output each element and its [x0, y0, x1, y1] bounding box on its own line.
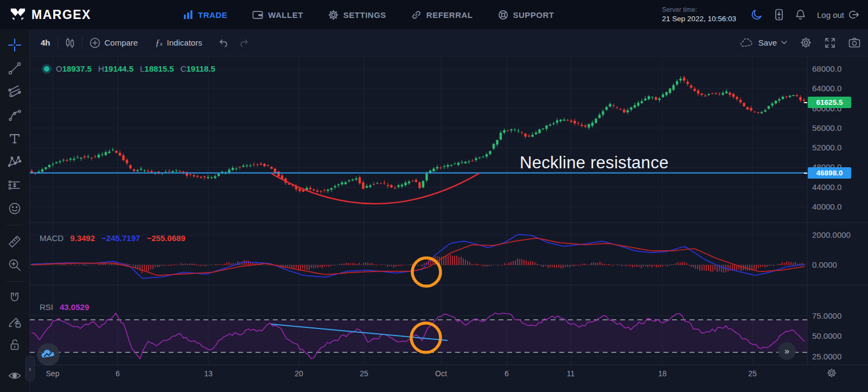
time-axis-label: 20: [295, 369, 303, 378]
sidebar-collapse-handle[interactable]: ‹: [25, 356, 35, 381]
time-axis-label: 13: [204, 369, 213, 378]
smiley-icon: [8, 201, 22, 216]
topbar-right-cluster: Server time: 21 Sep 2022, 10:56:03 Log o…: [662, 0, 859, 29]
tool-measure[interactable]: [5, 235, 24, 249]
nav-referral[interactable]: REFERRAL: [411, 10, 473, 20]
indicators-button[interactable]: ƒx Indicators: [155, 37, 202, 48]
magnet-icon: [8, 291, 22, 305]
ohlc-high-value: 19144.5: [104, 64, 133, 73]
logout-button[interactable]: Log out: [817, 10, 859, 20]
ohlc-close-key: C: [181, 64, 187, 73]
pattern-icon: [8, 155, 22, 169]
server-time-label: Server time:: [662, 6, 736, 14]
fx-sub: x: [160, 40, 163, 47]
theme-moon-icon[interactable]: [751, 9, 763, 21]
mountain-chart-icon: [41, 347, 55, 362]
time-axis-label: Sep: [46, 369, 60, 378]
toolbar-separator: [58, 36, 58, 49]
chevron-down-icon: [781, 41, 787, 45]
time-axis-label: 11: [567, 369, 575, 378]
neckline-annotation: Neckline resistance: [520, 153, 668, 173]
tool-zoom-in[interactable]: [5, 258, 24, 272]
logout-label: Log out: [817, 10, 844, 20]
rsi-axis-label: 25.0000: [812, 352, 841, 361]
referral-link-icon: [411, 10, 422, 20]
projection-icon: [8, 178, 22, 192]
redo-icon: [238, 39, 249, 47]
nav-wallet[interactable]: WALLET: [252, 10, 303, 20]
macd-line-value: −245.7197: [101, 233, 140, 243]
main-nav: TRADE WALLET SETTINGS REFERRAL: [183, 0, 554, 29]
tool-curve[interactable]: [5, 108, 24, 122]
ohlc-legend[interactable]: O18937.5 H19144.5 L18815.5 C19118.5: [44, 64, 215, 73]
undo-button[interactable]: [219, 39, 229, 47]
fib-lines-icon: [8, 85, 22, 99]
save-label: Save: [758, 38, 777, 47]
indicators-label: Indicators: [167, 38, 202, 47]
tool-magnet[interactable]: [5, 291, 24, 305]
scroll-right-button[interactable]: »: [778, 342, 796, 360]
nav-trade-label: TRADE: [198, 10, 227, 20]
tool-hide-drawings[interactable]: [5, 369, 24, 383]
ohlc-open-value: 18937.5: [62, 64, 92, 73]
macd-signal-value: −255.0689: [146, 233, 185, 243]
support-lifebuoy-icon: [498, 10, 508, 20]
macd-hist-value: 9.3492: [70, 233, 95, 243]
sidebar-divider: [7, 225, 23, 225]
save-layout-button[interactable]: Save: [740, 38, 787, 48]
rsi-legend[interactable]: RSI 43.0529: [40, 302, 89, 312]
chart-style-button[interactable]: [65, 37, 75, 48]
chart-settings-button[interactable]: [800, 37, 812, 48]
fullscreen-button[interactable]: [825, 37, 835, 48]
ohlc-high-key: H: [98, 64, 104, 73]
tool-emoji[interactable]: [5, 201, 24, 216]
rsi-axis-label: 50.0000: [812, 331, 841, 340]
time-axis-label: Oct: [435, 369, 447, 378]
nav-support[interactable]: SUPPORT: [498, 10, 554, 20]
compare-button[interactable]: Compare: [90, 37, 138, 48]
macd-label: MACD: [40, 233, 63, 243]
time-axis-label: 25: [360, 369, 368, 378]
tool-lock-all[interactable]: [5, 338, 24, 352]
rsi-label: RSI: [40, 302, 53, 312]
unlock-icon: [8, 338, 22, 352]
bell-icon: [795, 9, 806, 21]
current-price-chip: 61625.5: [808, 97, 851, 108]
price-axis-label: 52000.0: [812, 143, 841, 152]
snapshot-button[interactable]: [848, 37, 860, 48]
tool-projection[interactable]: [5, 178, 24, 192]
macd-axis-label: 2000.0000: [812, 230, 851, 239]
price-axis-label: 64000.0: [812, 84, 841, 93]
rsi-value: 43.0529: [60, 302, 89, 312]
redo-button[interactable]: [238, 39, 249, 47]
tool-text[interactable]: [5, 131, 24, 146]
nav-settings-label: SETTINGS: [343, 10, 386, 20]
neckline-price-chip: 46898.0: [808, 167, 851, 179]
margex-logo[interactable]: MARGEX: [10, 7, 91, 23]
tool-xabcd-pattern[interactable]: [5, 155, 24, 169]
macd-legend[interactable]: MACD 9.3492 −245.7197 −255.0689: [40, 233, 186, 243]
tool-gann-fib[interactable]: [5, 85, 24, 99]
price-chart-canvas[interactable]: Sep6132025Oct611182568000.064000.060000.…: [30, 56, 868, 392]
moon-icon: [751, 9, 763, 21]
gear-icon: [800, 37, 812, 48]
interval-button[interactable]: 4h: [41, 38, 50, 47]
notifications-bell[interactable]: [795, 9, 806, 21]
watermark-logo-button[interactable]: [37, 343, 60, 366]
ohlc-close-value: 19118.5: [186, 64, 215, 73]
tool-crosshair[interactable]: [5, 38, 24, 52]
nav-settings[interactable]: SETTINGS: [328, 10, 386, 20]
macd-axis-label: 0.0000: [812, 260, 837, 269]
tool-trend-line[interactable]: [5, 61, 24, 75]
mobile-app-icon[interactable]: [774, 9, 784, 21]
series-visibility-dot[interactable]: [44, 66, 49, 72]
camera-icon: [848, 37, 860, 48]
settings-gear-icon: [328, 10, 339, 20]
text-icon: [8, 131, 22, 146]
drawing-tools-sidebar: [0, 29, 30, 392]
nav-trade[interactable]: TRADE: [183, 10, 227, 20]
time-axis-label: 6: [116, 369, 120, 378]
tool-drawing-mode[interactable]: [5, 314, 24, 328]
axis-settings-button[interactable]: [827, 368, 837, 380]
ohlc-low-value: 18815.5: [144, 64, 174, 73]
